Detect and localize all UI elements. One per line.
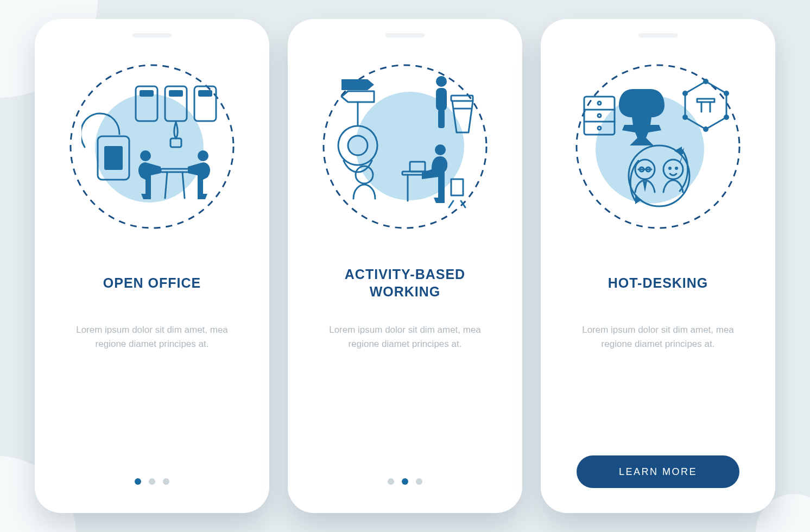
svg-rect-25 — [451, 96, 473, 101]
svg-rect-7 — [140, 90, 154, 97]
screen-description: Lorem ipsum dolor sit dim amet, mea regi… — [324, 323, 486, 352]
svg-rect-23 — [436, 88, 447, 111]
dot-2[interactable] — [402, 478, 408, 485]
svg-rect-24 — [438, 110, 445, 128]
screen-title: HOT-DESKING — [608, 263, 708, 302]
svg-point-44 — [682, 115, 688, 120]
dot-1[interactable] — [135, 478, 141, 485]
page-indicator — [388, 478, 422, 488]
screen-title: OPEN OFFICE — [103, 263, 201, 302]
svg-line-17 — [182, 172, 185, 198]
svg-point-42 — [724, 115, 729, 120]
svg-point-58 — [676, 168, 678, 169]
svg-rect-31 — [410, 162, 425, 172]
svg-point-37 — [598, 114, 601, 117]
onboarding-screen-1: OPEN OFFICE Lorem ipsum dolor sit dim am… — [35, 19, 269, 513]
screen-description: Lorem ipsum dolor sit dim amet, mea regi… — [71, 323, 233, 352]
svg-point-45 — [682, 91, 688, 96]
svg-rect-9 — [169, 90, 183, 97]
svg-rect-15 — [161, 169, 189, 172]
phone-row: OPEN OFFICE Lorem ipsum dolor sit dim am… — [35, 19, 775, 513]
dot-2[interactable] — [149, 478, 155, 485]
open-office-icon — [68, 62, 236, 231]
svg-rect-11 — [198, 90, 212, 97]
svg-point-36 — [598, 102, 601, 105]
svg-point-28 — [435, 144, 446, 155]
svg-point-22 — [436, 76, 447, 87]
svg-point-41 — [724, 91, 729, 96]
svg-rect-2 — [104, 146, 123, 170]
hot-desking-icon — [574, 62, 742, 231]
activity-based-working-icon — [321, 62, 489, 231]
onboarding-screen-2: ACTIVITY-BASED WORKING Lorem ipsum dolor… — [288, 19, 522, 513]
svg-point-38 — [598, 126, 601, 130]
svg-point-14 — [198, 150, 208, 161]
dot-3[interactable] — [163, 478, 169, 485]
page-indicator — [135, 478, 169, 488]
svg-point-27 — [356, 166, 373, 183]
dot-1[interactable] — [388, 478, 394, 485]
dot-3[interactable] — [416, 478, 422, 485]
svg-point-43 — [703, 126, 708, 132]
svg-line-16 — [165, 172, 167, 198]
svg-point-13 — [140, 150, 151, 161]
learn-more-button[interactable]: LEARN MORE — [577, 455, 739, 488]
screen-title: ACTIVITY-BASED WORKING — [309, 263, 501, 302]
svg-point-57 — [669, 168, 671, 169]
svg-rect-46 — [697, 99, 714, 102]
svg-rect-12 — [170, 138, 181, 147]
onboarding-screen-3: HOT-DESKING Lorem ipsum dolor sit dim am… — [541, 19, 775, 513]
screen-description: Lorem ipsum dolor sit dim amet, mea regi… — [577, 323, 739, 352]
svg-point-40 — [703, 79, 708, 84]
svg-marker-39 — [685, 81, 726, 129]
